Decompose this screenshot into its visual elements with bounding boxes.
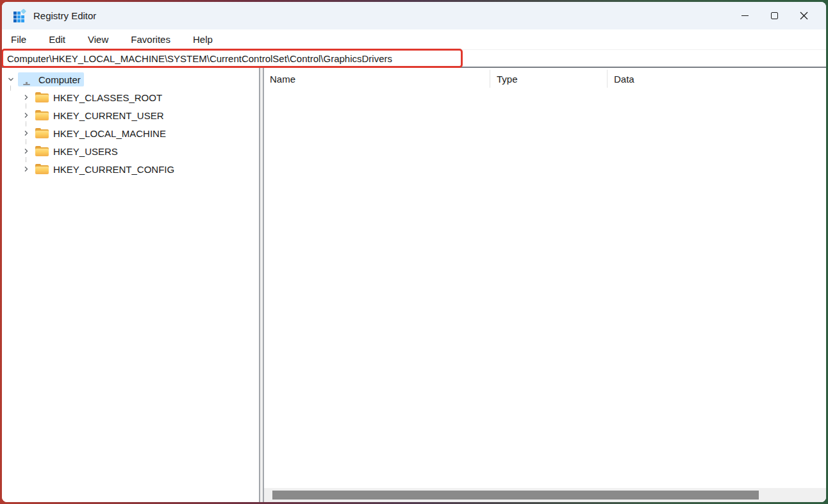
maximize-button[interactable]: [759, 2, 789, 29]
tree-item-label: HKEY_USERS: [53, 146, 118, 157]
maximize-icon: [771, 12, 778, 19]
tree-node: HKEY_CURRENT_USER: [33, 109, 167, 122]
menu-edit[interactable]: Edit: [42, 31, 72, 47]
column-header-name[interactable]: Name: [264, 68, 490, 90]
chevron-right-icon[interactable]: [21, 128, 31, 138]
tree-item-label: HKEY_LOCAL_MACHINE: [53, 128, 166, 139]
folder-icon: [35, 128, 49, 138]
address-bar: [2, 49, 826, 68]
minimize-icon: [741, 15, 749, 16]
chevron-right-icon[interactable]: [21, 92, 31, 102]
tree-item-hkey-classes-root[interactable]: HKEY_CLASSES_ROOT: [2, 88, 259, 106]
chevron-right-icon[interactable]: [21, 110, 31, 120]
content-area: Computer HKEY_CLASSES_ROOT: [2, 68, 826, 502]
tree-item-hkey-current-user[interactable]: HKEY_CURRENT_USER: [2, 106, 259, 124]
tree-item-label: HKEY_CLASSES_ROOT: [53, 92, 162, 103]
pane-splitter[interactable]: [259, 68, 264, 502]
chevron-right-icon[interactable]: [21, 164, 31, 174]
horizontal-scrollbar-thumb[interactable]: [272, 491, 759, 500]
computer-icon: [20, 74, 34, 85]
menu-file[interactable]: File: [4, 31, 33, 47]
menu-bar: File Edit View Favorites Help: [2, 29, 826, 49]
window-title: Registry Editor: [33, 10, 96, 21]
tree-node: HKEY_CURRENT_CONFIG: [33, 163, 178, 176]
registry-editor-window: Registry Editor File Edit View Favorites…: [2, 2, 826, 502]
tree-item-hkey-local-machine[interactable]: HKEY_LOCAL_MACHINE: [2, 124, 259, 142]
column-header-type[interactable]: Type: [490, 68, 608, 90]
horizontal-scrollbar-track[interactable]: [264, 488, 826, 502]
close-button[interactable]: [789, 2, 818, 29]
close-icon: [800, 12, 808, 20]
registry-tree-pane: Computer HKEY_CLASSES_ROOT: [2, 68, 259, 502]
chevron-down-icon[interactable]: [6, 74, 16, 85]
folder-icon: [35, 110, 49, 120]
column-header-data[interactable]: Data: [608, 68, 826, 90]
tree-item-hkey-current-config[interactable]: HKEY_CURRENT_CONFIG: [2, 160, 259, 178]
menu-help[interactable]: Help: [186, 31, 220, 47]
title-bar: Registry Editor: [2, 2, 826, 29]
address-input[interactable]: [2, 50, 826, 67]
folder-icon: [35, 146, 49, 156]
tree-node: HKEY_LOCAL_MACHINE: [33, 127, 169, 140]
tree-node-selected: Computer: [18, 72, 84, 86]
tree-item-label: Computer: [38, 74, 81, 85]
list-header: Name Type Data: [264, 68, 826, 90]
values-pane: Name Type Data: [264, 68, 826, 502]
tree-item-computer[interactable]: Computer: [2, 70, 259, 88]
tree-node: HKEY_USERS: [33, 145, 121, 158]
tree-item-label: HKEY_CURRENT_USER: [53, 110, 164, 121]
tree-item-label: HKEY_CURRENT_CONFIG: [53, 164, 174, 175]
menu-favorites[interactable]: Favorites: [124, 31, 178, 47]
folder-icon: [35, 164, 49, 174]
tree-item-hkey-users[interactable]: HKEY_USERS: [2, 142, 259, 160]
minimize-button[interactable]: [730, 2, 759, 29]
chevron-right-icon[interactable]: [21, 146, 31, 156]
registry-editor-app-icon: [13, 9, 27, 23]
menu-view[interactable]: View: [81, 31, 115, 47]
folder-icon: [35, 92, 49, 102]
tree-node: HKEY_CLASSES_ROOT: [33, 91, 165, 104]
values-list-empty: [264, 90, 826, 488]
